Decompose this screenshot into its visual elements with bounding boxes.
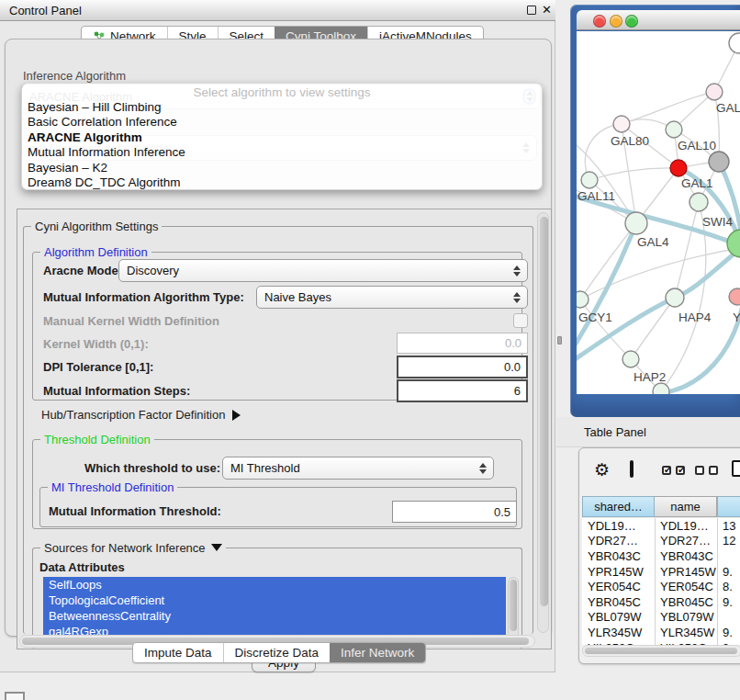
checked-checkbox-icon[interactable] xyxy=(676,466,685,475)
attribute-list-item[interactable]: SelfLoops xyxy=(43,577,506,593)
table-cell[interactable]: YER054C xyxy=(582,580,655,593)
algorithm-option[interactable]: Bayesian – Hill Climbing xyxy=(22,100,542,115)
table-cell[interactable]: 9. xyxy=(717,626,740,639)
algorithm-option[interactable]: ARACNE Algorithm xyxy=(22,130,542,145)
aracne-mode-label: Aracne Mode: xyxy=(43,264,122,277)
tab-discretize-data[interactable]: Discretize Data xyxy=(223,643,331,662)
scrollbar-thumb[interactable] xyxy=(510,580,517,631)
table-cell[interactable]: YER054C xyxy=(655,580,717,593)
split-pane-handle[interactable] xyxy=(557,336,562,344)
settings-vertical-scrollbar[interactable] xyxy=(537,212,549,633)
network-canvas[interactable]: GALGAL80GAL10GAL1GAL11SWI4GAL4GCY1HAP4YH… xyxy=(577,31,740,394)
mi-algorithm-type-combo[interactable]: Naive Bayes xyxy=(256,286,528,309)
close-traffic-light-icon[interactable] xyxy=(593,15,606,28)
algorithm-option[interactable]: Dream8 DC_TDC Algorithm xyxy=(22,175,542,190)
network-node[interactable] xyxy=(709,152,729,172)
table-cell[interactable]: 8. xyxy=(717,580,740,593)
network-edge[interactable] xyxy=(622,92,714,124)
table-cell[interactable]: YBL079W xyxy=(582,610,655,624)
network-node-label: GCY1 xyxy=(578,310,612,324)
tab-impute-data[interactable]: Impute Data xyxy=(133,643,223,662)
algorithm-option[interactable]: Mutual Information Inference xyxy=(22,145,542,160)
table-cell[interactable]: YBR043C xyxy=(655,549,717,563)
network-node[interactable] xyxy=(690,193,708,211)
chevron-updown-icon xyxy=(478,463,487,474)
table-cell[interactable]: 13 xyxy=(717,519,740,533)
table-cell[interactable]: YDR27… xyxy=(655,534,717,548)
table-cell[interactable]: YBR045C xyxy=(582,595,655,609)
scrollbar-thumb[interactable] xyxy=(540,217,548,606)
network-node[interactable] xyxy=(670,160,687,176)
network-node-label: GAL80 xyxy=(611,134,649,148)
network-node-label: SWI4 xyxy=(702,215,733,229)
aracne-mode-combo[interactable]: Discovery xyxy=(118,259,528,282)
zoom-traffic-light-icon[interactable] xyxy=(625,15,638,28)
network-node[interactable] xyxy=(666,121,682,138)
scrollbar-thumb[interactable] xyxy=(585,648,737,654)
table-cell[interactable]: YLR345W xyxy=(655,626,717,639)
unchecked-checkbox-icon[interactable] xyxy=(709,466,718,475)
sources-toggle[interactable]: Sources for Network Inference xyxy=(40,541,226,555)
table-cell[interactable]: YBL079W xyxy=(655,610,717,624)
unchecked-checkbox-icon[interactable] xyxy=(695,466,704,475)
table-cell[interactable]: YPR145W xyxy=(582,565,655,579)
float-window-icon[interactable] xyxy=(527,6,536,15)
network-edge[interactable] xyxy=(675,202,699,298)
checked-checkbox-icon[interactable] xyxy=(662,466,671,475)
popup-placeholder: Select algorithm to view settings xyxy=(22,85,542,100)
network-node[interactable] xyxy=(729,33,740,53)
table-horizontal-scrollbar[interactable] xyxy=(582,645,740,657)
which-threshold-combo[interactable]: MI Threshold xyxy=(222,457,494,480)
mi-steps-field[interactable]: 6 xyxy=(397,379,528,402)
columns-icon[interactable] xyxy=(630,460,633,478)
network-node-label: GAL11 xyxy=(577,189,615,203)
table-cell[interactable]: YDR27… xyxy=(582,534,655,548)
kernel-width-field[interactable]: 0.0 xyxy=(397,333,528,354)
network-node[interactable] xyxy=(613,116,630,132)
table-cell[interactable]: 12 xyxy=(717,534,740,548)
network-node[interactable] xyxy=(706,84,723,100)
table-cell[interactable]: YBR043C xyxy=(582,549,655,563)
mi-type-label: Mutual Information Algorithm Type: xyxy=(43,290,244,304)
algorithm-option[interactable]: Basic Correlation Inference xyxy=(22,115,542,130)
table-cell[interactable]: YPR145W xyxy=(655,565,717,579)
network-node[interactable] xyxy=(727,230,740,257)
column-header-name[interactable]: name xyxy=(655,496,717,517)
hub-definition-toggle[interactable]: Hub/Transcription Factor Definition xyxy=(41,408,241,422)
minimized-panel-chip[interactable] xyxy=(5,692,25,700)
minimize-traffic-light-icon[interactable] xyxy=(610,15,622,28)
manual-kernel-checkbox[interactable] xyxy=(513,313,528,328)
attribute-list-item[interactable]: BetweennessCentrality xyxy=(43,608,506,624)
attribute-list-item[interactable]: TopologicalCoefficient xyxy=(43,593,506,608)
mi-steps-label: Mutual Information Steps: xyxy=(43,384,190,398)
table-cell[interactable]: YBR045C xyxy=(655,595,717,609)
network-node[interactable] xyxy=(581,172,598,188)
control-panel-titlebar: Control Panel ✕ xyxy=(0,0,555,21)
table-cell[interactable]: 9. xyxy=(717,595,740,609)
network-node[interactable] xyxy=(729,288,740,305)
column-header-shared[interactable]: shared… xyxy=(582,496,655,517)
network-node[interactable] xyxy=(622,351,639,367)
dpi-tolerance-field[interactable]: 0.0 xyxy=(397,356,528,378)
table-panel: ⚙ shared… name YDL19…YDL19…13YDR27…YDR27… xyxy=(578,447,740,664)
close-icon[interactable]: ✕ xyxy=(542,3,552,17)
column-separator xyxy=(717,518,718,645)
new-table-icon[interactable] xyxy=(732,460,740,477)
column-header[interactable] xyxy=(717,496,740,517)
algorithm-option[interactable]: Bayesian – K2 xyxy=(22,161,542,175)
mi-threshold-field[interactable]: 0.5 xyxy=(392,501,517,523)
network-node-label: HAP2 xyxy=(633,370,666,384)
chevron-updown-icon xyxy=(512,265,521,277)
table-cell[interactable]: YDL19… xyxy=(655,519,717,533)
attribute-list-scrollbar[interactable] xyxy=(508,577,519,639)
network-node[interactable] xyxy=(577,291,589,308)
table-cell[interactable]: YDL19… xyxy=(582,519,655,533)
table-cell[interactable]: YLR345W xyxy=(582,626,655,639)
network-node-label: HAP4 xyxy=(678,310,712,324)
table-cell[interactable]: 9. xyxy=(717,565,740,579)
network-node[interactable] xyxy=(653,383,669,394)
gear-icon[interactable]: ⚙ xyxy=(594,461,610,479)
network-node[interactable] xyxy=(625,212,647,234)
network-node[interactable] xyxy=(666,288,684,307)
tab-infer-network[interactable]: Infer Network xyxy=(330,643,425,662)
